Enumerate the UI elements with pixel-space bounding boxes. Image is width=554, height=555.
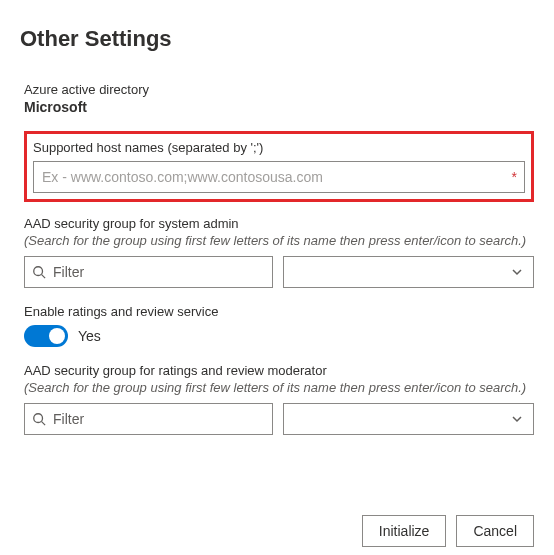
moderator-group-block: AAD security group for ratings and revie… xyxy=(24,363,534,435)
svg-point-2 xyxy=(34,414,43,423)
search-icon xyxy=(32,412,46,426)
sys-admin-group-hint: (Search for the group using first few le… xyxy=(24,233,534,248)
azure-directory-block: Azure active directory Microsoft xyxy=(24,82,534,115)
moderator-group-hint: (Search for the group using first few le… xyxy=(24,380,534,395)
azure-directory-name: Microsoft xyxy=(24,99,534,115)
chevron-down-icon xyxy=(511,266,523,278)
chevron-down-icon xyxy=(511,413,523,425)
moderator-filter-input[interactable] xyxy=(24,403,273,435)
svg-line-1 xyxy=(42,275,46,279)
moderator-group-label: AAD security group for ratings and revie… xyxy=(24,363,534,378)
sys-admin-group-label: AAD security group for system admin xyxy=(24,216,534,231)
required-asterisk-icon: * xyxy=(512,169,517,185)
page-title: Other Settings xyxy=(20,26,534,52)
ratings-block: Enable ratings and review service Yes xyxy=(24,304,534,347)
toggle-knob xyxy=(49,328,65,344)
ratings-toggle-text: Yes xyxy=(78,328,101,344)
sys-admin-group-block: AAD security group for system admin (Sea… xyxy=(24,216,534,288)
azure-directory-label: Azure active directory xyxy=(24,82,534,97)
ratings-toggle[interactable] xyxy=(24,325,68,347)
hostnames-label: Supported host names (separated by ';') xyxy=(33,140,525,155)
ratings-label: Enable ratings and review service xyxy=(24,304,534,319)
cancel-button[interactable]: Cancel xyxy=(456,515,534,547)
sys-admin-group-dropdown[interactable] xyxy=(283,256,534,288)
hostnames-input[interactable] xyxy=(33,161,525,193)
svg-point-0 xyxy=(34,267,43,276)
moderator-group-dropdown[interactable] xyxy=(283,403,534,435)
initialize-button[interactable]: Initialize xyxy=(362,515,447,547)
hostnames-highlight: Supported host names (separated by ';') … xyxy=(24,131,534,202)
sys-admin-filter-input[interactable] xyxy=(24,256,273,288)
button-row: Initialize Cancel xyxy=(24,515,534,547)
search-icon xyxy=(32,265,46,279)
svg-line-3 xyxy=(42,422,46,426)
